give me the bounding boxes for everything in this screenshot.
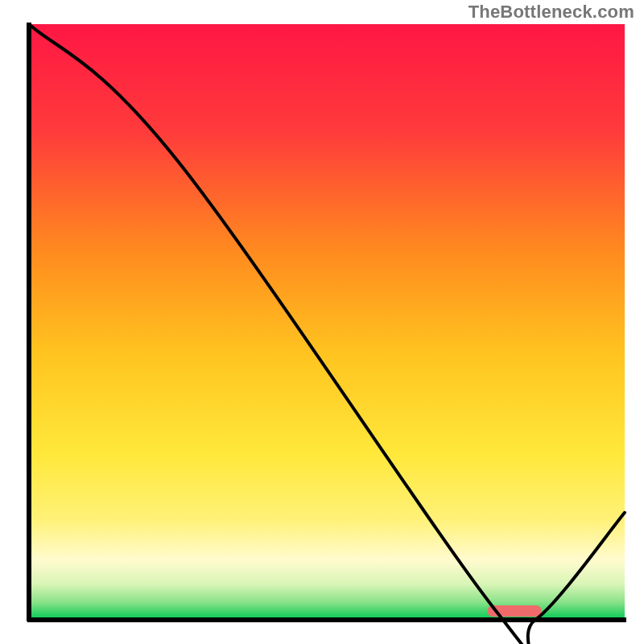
plot-background	[29, 24, 625, 620]
chart-container: TheBottleneck.com	[0, 0, 644, 644]
bottleneck-chart	[0, 0, 644, 644]
